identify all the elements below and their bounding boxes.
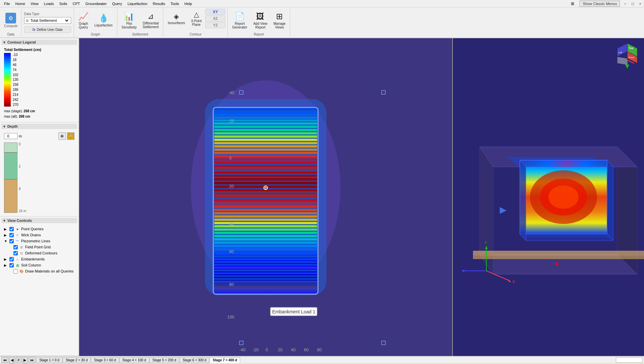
report-generator-label: ReportGenerator bbox=[232, 22, 247, 29]
menu-help[interactable]: Help bbox=[182, 1, 195, 6]
svg-rect-118 bbox=[473, 251, 644, 256]
point-queries-icon: ● bbox=[15, 227, 20, 231]
expand-piezometric[interactable]: ▼ bbox=[4, 239, 8, 243]
graph-query-button[interactable]: 📈 GraphQuery bbox=[76, 9, 91, 32]
stage-nav-prev[interactable]: ◀ bbox=[9, 357, 15, 363]
soil-column-icon: ▦ bbox=[15, 263, 20, 267]
data-type-dropdown[interactable]: Total Settlement Differential Settlement… bbox=[29, 18, 69, 23]
svg-rect-31 bbox=[214, 196, 317, 198]
depth-control: m ⊕ 🔒 bbox=[4, 132, 74, 140]
define-user-data-button[interactable]: fx Define User Data bbox=[24, 26, 71, 33]
contour-stripes bbox=[214, 108, 317, 293]
stage-nav-first[interactable]: ⏮ bbox=[1, 357, 8, 363]
depth-input[interactable] bbox=[4, 133, 17, 139]
depth-icon-btn-1[interactable]: ⊕ bbox=[58, 132, 66, 140]
maximize-button[interactable]: □ bbox=[630, 2, 635, 6]
liquefaction-label: Liquefaction bbox=[95, 23, 113, 27]
menu-file[interactable]: File bbox=[1, 1, 13, 6]
isosurfaces-label: Isosurfaces bbox=[168, 21, 185, 25]
data-type-select[interactable]: ⊙ Total Settlement Differential Settleme… bbox=[24, 17, 71, 24]
manage-views-label: ManageViews bbox=[273, 22, 285, 29]
svg-rect-24 bbox=[214, 171, 317, 174]
depth-content: m ⊕ 🔒 bbox=[1, 130, 77, 215]
svg-rect-44 bbox=[214, 238, 317, 241]
checkbox-embankments[interactable] bbox=[9, 257, 14, 261]
depth-arrow: ▼ bbox=[3, 125, 6, 128]
svg-rect-51 bbox=[214, 260, 317, 262]
right-viewport[interactable]: Top Front Left bbox=[453, 38, 644, 356]
checkbox-point-queries[interactable] bbox=[9, 227, 14, 231]
checkbox-wick-drains[interactable] bbox=[9, 233, 14, 237]
depth-header[interactable]: ▼ Depth bbox=[1, 124, 77, 129]
svg-text:0: 0 bbox=[266, 348, 268, 352]
graph-query-icon: 📈 bbox=[78, 12, 89, 21]
checkbox-piezometric[interactable] bbox=[9, 239, 14, 243]
stage-input-box[interactable] bbox=[616, 357, 643, 363]
stage-tab-6[interactable]: Stage 6 = 300 d bbox=[179, 357, 209, 363]
stage-tab-4[interactable]: Stage 4 = 100 d bbox=[119, 357, 149, 363]
svg-rect-16 bbox=[214, 145, 317, 147]
expand-embankments[interactable]: ▶ bbox=[4, 257, 8, 261]
close-button[interactable]: × bbox=[638, 2, 643, 6]
stage-tab-1[interactable]: Stage 1 = 0 d bbox=[36, 357, 62, 363]
stage-tab-2[interactable]: Stage 2 = 30 d bbox=[63, 357, 91, 363]
stage-nav-last[interactable]: ⏭ bbox=[29, 357, 36, 363]
xy-plane-button[interactable]: XY bbox=[205, 9, 225, 15]
xz-plane-button[interactable]: XZ bbox=[205, 15, 225, 21]
classic-menus-button[interactable]: Show Classic Menus bbox=[580, 1, 620, 7]
svg-rect-12 bbox=[214, 132, 317, 134]
menu-home[interactable]: Home bbox=[13, 1, 28, 6]
yz-plane-button[interactable]: YZ bbox=[205, 22, 225, 28]
add-view-icon: 🖼 bbox=[256, 12, 264, 21]
manage-views-button[interactable]: ⊞ ManageViews bbox=[271, 9, 288, 32]
depth-icon-btn-2[interactable]: 🔒 bbox=[67, 132, 74, 140]
liquefaction-button[interactable]: 💧 Liquefaction bbox=[92, 9, 115, 32]
svg-rect-50 bbox=[214, 257, 317, 259]
menu-cpt[interactable]: CPT bbox=[70, 1, 83, 6]
minimize-button[interactable]: − bbox=[623, 2, 627, 6]
checkbox-deformed-contours[interactable] bbox=[13, 251, 18, 255]
menu-liquefaction[interactable]: Liquefaction bbox=[125, 1, 150, 6]
expand-soil-column[interactable]: ▶ bbox=[4, 263, 8, 267]
checkbox-field-grid[interactable] bbox=[13, 245, 18, 249]
data-type-section: Data Type ⊙ Total Settlement Differentia… bbox=[21, 8, 74, 37]
checkbox-soil-column[interactable] bbox=[9, 263, 14, 267]
compute-button[interactable]: ⚙ Compute bbox=[3, 11, 19, 29]
differential-settlement-button[interactable]: ⊿ DifferentialSettlement bbox=[141, 9, 161, 32]
plot-sensitivity-button[interactable]: 📊 PlotSensitivity bbox=[119, 9, 139, 32]
legend-body: -10 18 46 74 102 130 158 186 214 242 270 bbox=[4, 53, 74, 107]
menu-view[interactable]: View bbox=[28, 1, 41, 6]
3point-label: 3-PointPlane bbox=[191, 19, 202, 26]
menu-groundwater[interactable]: Groundwater bbox=[83, 1, 110, 6]
ribbon-contour-section: ◈ Isosurfaces △ 3-PointPlane XY XZ YZ Co… bbox=[163, 8, 228, 37]
stage-tab-7[interactable]: Stage 7 = 400 d bbox=[210, 357, 240, 363]
soil-depth-labels: 0 2 8 16 m bbox=[17, 142, 26, 213]
view-controls-header[interactable]: ▼ View Controls bbox=[1, 218, 77, 223]
expand-wick-drains[interactable]: ▶ bbox=[4, 233, 8, 237]
ribbon: ⚙ Compute Data Data Type ⊙ Total Settlem… bbox=[0, 7, 644, 38]
svg-rect-42 bbox=[214, 232, 317, 234]
stage-tab-5[interactable]: Stage 5 = 200 d bbox=[150, 357, 179, 363]
isosurfaces-button[interactable]: ◈ Isosurfaces bbox=[165, 10, 187, 27]
menu-tools[interactable]: Tools bbox=[168, 1, 182, 6]
left-panel: ▼ Contour Legend Total Settlement (cm) -… bbox=[0, 38, 79, 356]
checkbox-draw-materials[interactable] bbox=[13, 269, 18, 274]
3point-plane-button[interactable]: △ 3-PointPlane bbox=[189, 10, 204, 27]
menu-loads[interactable]: Loads bbox=[41, 1, 57, 6]
menu-query[interactable]: Query bbox=[109, 1, 125, 6]
embankments-icon: ⌂ bbox=[15, 257, 20, 261]
add-view-report-button[interactable]: 🖼 Add ViewReport bbox=[251, 9, 270, 32]
expand-point-queries[interactable]: ▶ bbox=[4, 227, 8, 231]
ribbon-settlement-section: 📊 PlotSensitivity ⊿ DifferentialSettleme… bbox=[117, 8, 164, 37]
stage-nav-next[interactable]: ▶ bbox=[22, 357, 28, 363]
stage-tab-3[interactable]: Stage 3 = 60 d bbox=[91, 357, 119, 363]
soil-visual bbox=[4, 142, 17, 213]
report-generator-button[interactable]: 📄 ReportGenerator bbox=[230, 9, 250, 32]
menu-results[interactable]: Results bbox=[150, 1, 168, 6]
left-viewport[interactable]: // We'll draw this with inline SVG rects bbox=[79, 38, 453, 356]
contour-legend-header[interactable]: ▼ Contour Legend bbox=[1, 40, 77, 45]
svg-text:40: 40 bbox=[291, 348, 296, 352]
menu-soils[interactable]: Soils bbox=[57, 1, 70, 6]
view-item-point-queries: ▶ ● Point Queries bbox=[4, 226, 74, 232]
stage-nav-hash[interactable]: # bbox=[16, 357, 21, 363]
